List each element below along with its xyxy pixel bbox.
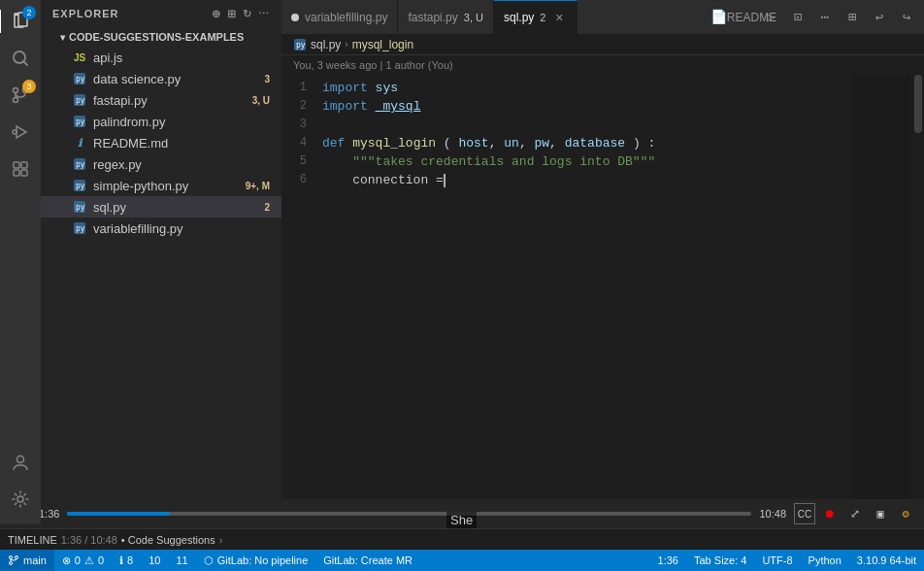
code-suggestions-arrow: › xyxy=(219,534,223,546)
file-badge-sql: 2 xyxy=(264,202,270,213)
undo-icon[interactable]: ↩ xyxy=(868,6,891,29)
refresh-icon[interactable]: ↻ xyxy=(243,8,252,20)
py-file-icon-4: py xyxy=(72,156,87,172)
git-branch-label: main xyxy=(23,554,47,566)
encoding-item[interactable]: UTF-8 xyxy=(754,550,800,571)
video-layout-icon[interactable]: ▣ xyxy=(870,503,891,524)
file-name-fastapi: fastapi.py xyxy=(93,93,247,108)
run-debug-icon[interactable] xyxy=(3,115,38,150)
video-fullscreen-icon[interactable]: ⤢ xyxy=(844,503,866,524)
svg-marker-9 xyxy=(16,126,26,138)
line-content-2: import _mysql xyxy=(322,97,924,116)
svg-line-4 xyxy=(24,62,28,66)
blame-text: You, 3 weeks ago | 1 author (You) xyxy=(293,59,453,71)
file-item-datascience[interactable]: py data science.py 3 xyxy=(41,68,281,89)
info-item-2[interactable]: 10 xyxy=(141,550,168,571)
record-icon[interactable]: ⏺ xyxy=(819,503,841,524)
breadcrumb: py sql.py › mysql_login xyxy=(281,34,924,55)
file-item-readme[interactable]: ℹ README.md xyxy=(41,132,281,153)
timeline-item[interactable]: TIMELINE 1:36 / 10:48 • Code Suggestions… xyxy=(8,534,222,546)
info-count-2: 10 xyxy=(148,554,160,566)
git-branch-icon xyxy=(8,554,19,566)
info-file-icon: ℹ xyxy=(72,135,87,151)
svg-text:py: py xyxy=(76,75,85,84)
info-item-1[interactable]: ℹ 8 xyxy=(112,550,141,571)
git-pipeline-item[interactable]: ⬡ GitLab: No pipeline xyxy=(196,550,316,571)
caption-toggle[interactable]: CC xyxy=(794,503,815,524)
source-control-icon[interactable]: 3 xyxy=(3,78,38,113)
svg-text:py: py xyxy=(76,182,85,190)
sidebar-header: EXPLORER ⊕ ⊞ ↻ ⋯ xyxy=(41,0,281,27)
python-version-item[interactable]: 3.10.9 64-bit xyxy=(849,550,924,571)
language-item[interactable]: Python xyxy=(801,550,849,571)
cursor-position-label: 1:36 xyxy=(658,554,678,566)
py-file-icon-2: py xyxy=(72,92,87,108)
svg-text:py: py xyxy=(76,118,85,126)
new-file-icon[interactable]: ⊕ xyxy=(212,8,221,20)
tab-label-fastapi: fastapi.py xyxy=(408,11,457,24)
file-item-regex[interactable]: py regex.py xyxy=(41,153,281,175)
activity-bar: 2 3 xyxy=(0,0,41,524)
redo-icon[interactable]: ↪ xyxy=(895,6,918,29)
file-item-fastapi[interactable]: py fastapi.py 3, U xyxy=(41,89,281,111)
layout-icon[interactable]: ⊞ xyxy=(841,6,864,29)
svg-point-10 xyxy=(13,130,16,134)
minimap xyxy=(852,75,910,532)
status-left: main ⊗ 0 ⚠ 0 ℹ 8 10 11 ⬡ GitLab: No pipe… xyxy=(0,550,420,571)
breadcrumb-filename[interactable]: sql.py xyxy=(311,38,341,51)
file-item-sql[interactable]: py sql.py 2 xyxy=(41,196,281,218)
line-content-3 xyxy=(322,116,924,134)
video-progress-bar[interactable] xyxy=(67,512,751,516)
code-line-3: 3 xyxy=(281,116,924,134)
js-file-icon: JS xyxy=(72,50,87,65)
file-item-variablefilling[interactable]: py variablefilling.py xyxy=(41,218,281,239)
account-icon[interactable] xyxy=(3,445,38,480)
tab-variablefilling[interactable]: variablefilling.py xyxy=(281,0,398,34)
info-icon-1: ℹ xyxy=(119,554,123,567)
sidebar-section[interactable]: ▾ CODE-SUGGESTIONS-EXAMPLES xyxy=(41,27,281,47)
tab-close-sql[interactable]: × xyxy=(551,10,567,25)
search-icon[interactable] xyxy=(3,41,38,76)
cursor-position-item[interactable]: 1:36 xyxy=(650,550,686,571)
file-name-regex: regex.py xyxy=(93,157,270,172)
split-editor-icon[interactable]: ⊡ xyxy=(786,6,809,29)
tab-bar: variablefilling.py fastapi.py 3, U sql.p… xyxy=(281,0,924,34)
video-time-total: 10:48 xyxy=(759,508,786,520)
info-item-3[interactable]: 11 xyxy=(168,550,195,571)
video-settings-icon[interactable]: ⚙ xyxy=(895,503,916,524)
sidebar-header-actions: ⊕ ⊞ ↻ ⋯ xyxy=(212,8,270,20)
tab-badge-fastapi: 3, U xyxy=(464,12,483,23)
info-count-3: 11 xyxy=(176,554,187,566)
tab-size-label: Tab Size: 4 xyxy=(694,554,746,566)
tab-size-item[interactable]: Tab Size: 4 xyxy=(686,550,754,571)
code-line-6: 6 connection = xyxy=(281,171,924,189)
breadcrumb-function[interactable]: mysql_login xyxy=(352,38,413,51)
file-name-api: api.js xyxy=(93,50,270,65)
collapse-icon[interactable]: ⋯ xyxy=(258,8,270,20)
svg-point-35 xyxy=(16,556,18,559)
errors-item[interactable]: ⊗ 0 ⚠ 0 xyxy=(54,550,112,571)
run-file-icon[interactable]: ▷ xyxy=(759,6,782,29)
svg-rect-14 xyxy=(21,170,27,176)
code-area[interactable]: 1 import sys 2 import _mysql 3 4 def mys… xyxy=(281,75,924,532)
language-label: Python xyxy=(808,554,842,566)
extensions-icon[interactable] xyxy=(3,151,38,186)
file-badge-datascience: 3 xyxy=(264,74,270,84)
files-icon[interactable]: 2 xyxy=(3,4,38,39)
tab-modified-dot xyxy=(291,14,299,21)
more-actions-icon[interactable]: ⋯ xyxy=(813,6,837,29)
file-item-api[interactable]: JS api.js xyxy=(41,47,281,68)
warning-count: 0 xyxy=(98,554,104,566)
video-time-current: 1:36 xyxy=(39,508,59,520)
file-item-simplepython[interactable]: py simple-python.py 9+, M xyxy=(41,175,281,196)
tab-sql[interactable]: sql.py 2 × xyxy=(494,0,578,34)
tab-fastapi[interactable]: fastapi.py 3, U xyxy=(398,0,494,34)
new-folder-icon[interactable]: ⊞ xyxy=(227,8,237,20)
line-number-6: 6 xyxy=(281,171,322,189)
file-item-palindrom[interactable]: py palindrom.py xyxy=(41,111,281,132)
settings-icon[interactable] xyxy=(3,482,38,517)
git-branch-item[interactable]: main xyxy=(0,550,54,571)
svg-text:py: py xyxy=(76,96,85,105)
tab-readme[interactable]: 📄 README xyxy=(732,6,755,29)
git-create-mr-item[interactable]: GitLab: Create MR xyxy=(315,550,420,571)
